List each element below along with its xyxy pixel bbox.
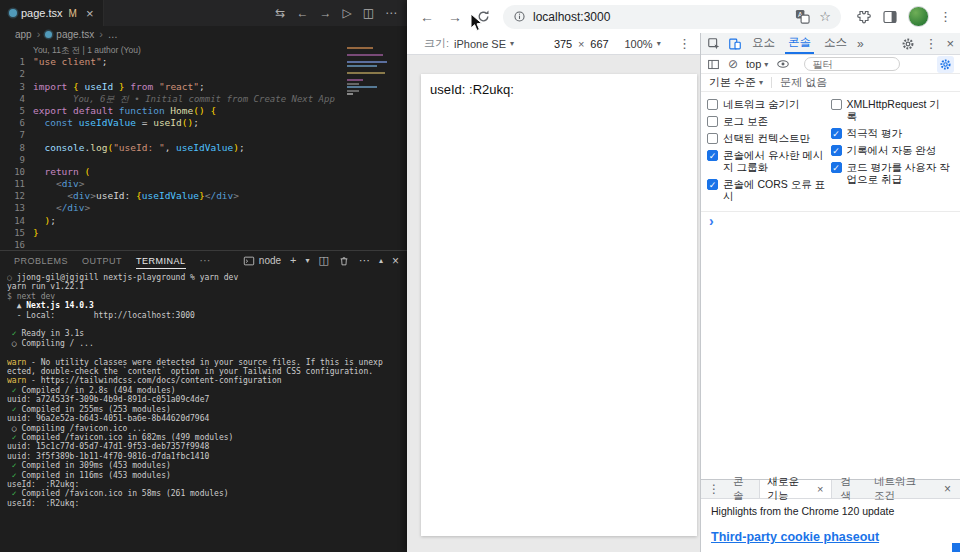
toolbar-right: ⋮ bbox=[856, 6, 952, 27]
close-drawer-tab-icon[interactable]: × bbox=[817, 483, 823, 495]
devtools-settings-icon[interactable] bbox=[901, 37, 915, 51]
zoom-select[interactable]: 100% ▾ bbox=[625, 38, 661, 50]
launch-profile-chevron-icon[interactable]: ▾ bbox=[306, 257, 310, 265]
device-toolbar-toggle-icon[interactable] bbox=[728, 37, 742, 51]
drawer-tab[interactable]: 새로운 기능× bbox=[759, 480, 833, 498]
line-number: 8 bbox=[0, 142, 25, 154]
extensions-icon[interactable] bbox=[856, 9, 872, 25]
browser-menu-icon[interactable]: ⋮ bbox=[939, 10, 952, 23]
close-drawer-icon[interactable]: × bbox=[937, 482, 958, 496]
console-prompt-chevron-icon: › bbox=[709, 214, 714, 228]
address-bar[interactable]: localhost:3000 A ☆ bbox=[503, 5, 841, 29]
panel-tab-output[interactable]: OUTPUT bbox=[82, 253, 122, 269]
editor-tab-page-tsx[interactable]: page.tsx M × bbox=[0, 0, 104, 26]
terminal-line: yarn run v1.22.1 bbox=[7, 282, 405, 291]
console-setting[interactable]: ✓기록에서 자동 완성 bbox=[831, 144, 951, 156]
viewport-width-input[interactable] bbox=[550, 38, 576, 50]
line-number: 9 bbox=[0, 154, 25, 166]
split-terminal-icon[interactable]: ◫ bbox=[319, 255, 329, 266]
devtools-panel: 요소콘솔소스 » ⋮ × ⊘ top ▾ bbox=[700, 33, 960, 552]
close-panel-icon[interactable]: × bbox=[392, 255, 399, 267]
maximize-panel-icon[interactable]: ▴ bbox=[379, 257, 383, 265]
bookmark-star-icon[interactable]: ☆ bbox=[819, 9, 831, 24]
checkbox-icon: ✓ bbox=[831, 162, 842, 173]
devtools-tab[interactable]: 콘솔 bbox=[785, 33, 814, 54]
console-settings-toggle[interactable] bbox=[937, 56, 954, 73]
device-select[interactable]: iPhone SE ▾ bbox=[454, 38, 514, 50]
forward-button[interactable]: → bbox=[443, 5, 467, 29]
run-icon[interactable]: ▷ bbox=[342, 6, 351, 20]
close-devtools-icon[interactable]: × bbox=[946, 36, 954, 51]
go-back-icon[interactable]: ← bbox=[296, 6, 308, 20]
device-toolbar-more-icon[interactable]: ⋮ bbox=[678, 37, 691, 50]
console-setting[interactable]: 네트워크 숨기기 bbox=[707, 98, 827, 110]
checkbox-icon: ✓ bbox=[831, 128, 842, 139]
console-setting[interactable]: XMLHttpRequest 기록 bbox=[831, 98, 951, 122]
console-prompt[interactable]: › bbox=[701, 212, 960, 230]
rendered-page[interactable]: useId: :R2ukq: bbox=[421, 74, 697, 536]
divider bbox=[771, 77, 772, 88]
drawer-tab[interactable]: 네트워크 조건 bbox=[866, 480, 937, 498]
translate-icon[interactable]: A bbox=[795, 9, 810, 24]
log-levels-select[interactable]: 기본 수준 ▾ bbox=[709, 75, 763, 90]
breadcrumb-item[interactable]: page.tsx bbox=[45, 29, 94, 40]
drawer-tabs: 콘솔새로운 기능×검색네트워크 조건 bbox=[725, 480, 937, 498]
breadcrumb-item[interactable]: app bbox=[15, 29, 32, 40]
console-setting[interactable]: ✓적극적 평가 bbox=[831, 127, 951, 139]
whats-new-heading: Highlights from the Chrome 120 update bbox=[711, 505, 894, 517]
console-sidebar-icon[interactable] bbox=[707, 58, 720, 71]
more-panels-icon[interactable]: » bbox=[857, 37, 864, 51]
console-setting[interactable]: ✓콘솔에서 유사한 메시지 그룹화 bbox=[707, 149, 827, 173]
panel-tab-problems[interactable]: PROBLEMS bbox=[14, 253, 68, 269]
console-setting[interactable]: ✓코드 평가를 사용자 작업으로 취급 bbox=[831, 161, 951, 185]
terminal-line: useId: :R2ukq: bbox=[7, 499, 405, 508]
side-panel-icon[interactable] bbox=[882, 9, 898, 25]
scrollbar-thumb[interactable] bbox=[952, 543, 960, 552]
line-number: 14 bbox=[0, 215, 25, 227]
terminal-line: $ next dev bbox=[7, 292, 405, 301]
new-terminal-icon[interactable]: + bbox=[290, 255, 296, 266]
reload-button[interactable] bbox=[471, 5, 495, 29]
live-expression-eye-icon[interactable] bbox=[776, 57, 790, 71]
terminal-shell-item[interactable]: node bbox=[243, 255, 281, 267]
panel-tab-terminal[interactable]: TERMINAL bbox=[136, 253, 186, 269]
panel-header: PROBLEMSOUTPUTTERMINAL ⋯ node + ▾ ◫ ⋯ ▴ … bbox=[0, 251, 407, 270]
console-setting[interactable]: ✓콘솔에 CORS 오류 표시 bbox=[707, 178, 827, 202]
minimap[interactable] bbox=[347, 45, 393, 97]
drawer-tab[interactable]: 검색 bbox=[832, 480, 866, 498]
back-button[interactable]: ← bbox=[415, 5, 439, 29]
site-info-icon[interactable] bbox=[513, 10, 526, 23]
issues-status[interactable]: 문제 없음 bbox=[780, 75, 827, 90]
clear-console-icon[interactable]: ⊘ bbox=[728, 57, 738, 71]
console-setting[interactable]: 선택된 컨텍스트만 bbox=[707, 132, 827, 144]
go-forward-icon[interactable]: → bbox=[319, 6, 331, 20]
whats-new-link[interactable]: Third-party cookie phaseout bbox=[711, 530, 879, 544]
line-numbers: 12345678910111213141516 bbox=[0, 44, 25, 250]
drawer-menu-icon[interactable]: ⋮ bbox=[703, 482, 725, 496]
panel-more-icon[interactable]: ⋯ bbox=[200, 254, 211, 267]
editor-actions: ⇆←→▷◫⋯ bbox=[275, 0, 407, 26]
inspect-element-icon[interactable] bbox=[707, 37, 721, 51]
panel-views-more-icon[interactable]: ⋯ bbox=[359, 255, 370, 266]
code-editor[interactable]: 12345678910111213141516 You, 11초 전 | 1 a… bbox=[0, 42, 407, 250]
kill-terminal-icon[interactable] bbox=[338, 255, 350, 267]
bottom-panel: PROBLEMSOUTPUTTERMINAL ⋯ node + ▾ ◫ ⋯ ▴ … bbox=[0, 250, 407, 552]
close-tab-icon[interactable]: × bbox=[86, 6, 94, 21]
terminal-line: useId: :R2ukq: bbox=[7, 480, 405, 489]
open-changes-icon[interactable]: ⇆ bbox=[275, 6, 285, 20]
context-select[interactable]: top ▾ bbox=[746, 58, 768, 70]
split-editor-icon[interactable]: ◫ bbox=[363, 6, 374, 20]
console-setting[interactable]: 로그 보존 bbox=[707, 115, 827, 127]
more-actions-icon[interactable]: ⋯ bbox=[385, 6, 397, 20]
devtools-tab[interactable]: 소스 bbox=[821, 33, 850, 54]
setting-label: 로그 보존 bbox=[723, 115, 768, 127]
drawer-tab[interactable]: 콘솔 bbox=[725, 480, 759, 498]
profile-avatar[interactable] bbox=[908, 6, 929, 27]
line-number: 1 bbox=[0, 56, 25, 68]
devtools-menu-icon[interactable]: ⋮ bbox=[924, 37, 937, 50]
console-filter-input[interactable] bbox=[804, 57, 900, 71]
viewport-height-input[interactable] bbox=[587, 38, 613, 50]
terminal-output[interactable]: ○ jjong-gil@jgjgill nextjs-playground % … bbox=[7, 273, 405, 550]
devtools-tab[interactable]: 요소 bbox=[749, 33, 778, 54]
breadcrumb-item[interactable]: … bbox=[108, 29, 118, 40]
